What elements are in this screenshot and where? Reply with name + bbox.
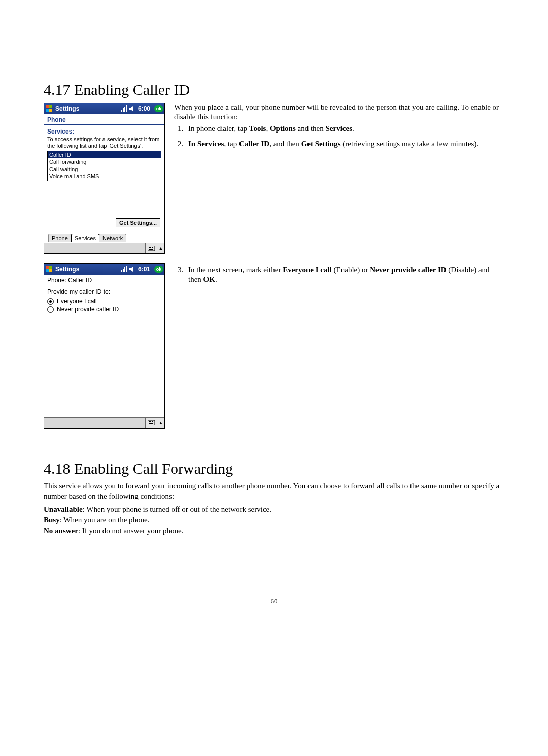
condition-busy: Busy: When you are on the phone. xyxy=(44,515,504,525)
condition-unavailable: Unavailable: When your phone is turned o… xyxy=(44,504,504,515)
tab-phone[interactable]: Phone xyxy=(48,234,72,242)
phone-screenshot-services: Settings 6:00 ok Phone Services: To acce… xyxy=(44,103,165,254)
titlebar-time: 6:01 xyxy=(137,266,151,273)
phone-titlebar: Settings 6:01 ok xyxy=(44,264,164,275)
step-1: In phone dialer, tap Tools, Options and … xyxy=(185,124,504,134)
svg-rect-17 xyxy=(149,423,153,424)
svg-rect-15 xyxy=(150,421,151,422)
svg-rect-2 xyxy=(46,109,49,112)
tab-services[interactable]: Services xyxy=(71,234,99,242)
svg-rect-10 xyxy=(49,266,52,269)
section-4-17-row-2: Settings 6:01 ok Phone: Caller ID Provid… xyxy=(44,263,504,435)
svg-rect-5 xyxy=(149,247,150,248)
sip-bar: ▲ xyxy=(44,417,164,428)
page-number: 60 xyxy=(44,597,504,605)
services-listbox[interactable]: Caller ID Call forwarding Call waiting V… xyxy=(47,151,161,181)
radio-everyone-i-call[interactable]: Everyone I call xyxy=(47,298,161,305)
list-item[interactable]: Call forwarding xyxy=(48,158,161,166)
sip-bar: ▲ xyxy=(44,243,164,253)
ok-button[interactable]: ok xyxy=(154,266,163,273)
svg-rect-7 xyxy=(152,247,153,248)
svg-rect-12 xyxy=(49,269,52,272)
svg-rect-9 xyxy=(46,266,49,269)
keyboard-icon[interactable] xyxy=(145,243,157,253)
ok-button[interactable]: ok xyxy=(154,105,163,112)
section-4-17-text-bottom: In the next screen, mark either Everyone… xyxy=(174,263,504,289)
sip-up-arrow-icon[interactable]: ▲ xyxy=(157,243,164,253)
titlebar-title: Settings xyxy=(55,105,79,112)
sip-up-arrow-icon[interactable]: ▲ xyxy=(157,418,164,428)
services-label: Services: xyxy=(47,128,161,135)
section-4-18-intro: This service allows you to forward your … xyxy=(44,481,504,501)
list-item[interactable]: Voice mail and SMS xyxy=(48,173,161,180)
services-hint-text: To access settings for a service, select… xyxy=(47,136,161,149)
svg-rect-4 xyxy=(148,246,155,251)
titlebar-time: 6:00 xyxy=(137,105,151,112)
radio-icon[interactable] xyxy=(47,306,54,313)
step-3: In the next screen, mark either Everyone… xyxy=(185,265,504,284)
svg-rect-13 xyxy=(148,420,155,425)
speaker-icon xyxy=(129,105,135,112)
svg-rect-16 xyxy=(152,421,153,422)
radio-option-label: Everyone I call xyxy=(57,298,97,305)
get-settings-button[interactable]: Get Settings... xyxy=(116,218,160,227)
signal-icon xyxy=(121,105,127,112)
radio-never-provide[interactable]: Never provide caller ID xyxy=(47,306,161,313)
keyboard-icon[interactable] xyxy=(145,418,157,428)
caller-id-subheader: Phone: Caller ID xyxy=(44,275,164,285)
speaker-icon xyxy=(129,266,135,273)
list-item[interactable]: Call waiting xyxy=(48,166,161,173)
start-flag-icon xyxy=(45,105,53,113)
provide-caller-id-label: Provide my caller ID to: xyxy=(47,288,161,295)
section-4-17-heading: 4.17 Enabling Caller ID xyxy=(44,81,504,98)
steps-list-top: In phone dialer, tap Tools, Options and … xyxy=(174,124,504,148)
list-item[interactable]: Caller ID xyxy=(48,151,161,158)
phone-tab-header: Phone xyxy=(44,114,164,125)
start-flag-icon xyxy=(45,265,53,273)
signal-icon xyxy=(121,266,127,273)
section-4-17-text-top: When you place a call, your phone number… xyxy=(174,103,504,154)
tab-network[interactable]: Network xyxy=(99,234,126,242)
radio-option-label: Never provide caller ID xyxy=(57,306,119,313)
intro-paragraph: When you place a call, your phone number… xyxy=(174,103,504,122)
radio-icon[interactable] xyxy=(47,298,54,305)
phone-titlebar: Settings 6:00 ok xyxy=(44,103,164,114)
svg-rect-0 xyxy=(46,105,49,108)
caller-id-body: Provide my caller ID to: Everyone I call… xyxy=(44,285,164,417)
bottom-tab-strip: Phone Services Network xyxy=(46,231,162,242)
section-4-17-row-1: Settings 6:00 ok Phone Services: To acce… xyxy=(44,103,504,260)
steps-list-bottom: In the next screen, mark either Everyone… xyxy=(174,265,504,284)
svg-rect-11 xyxy=(46,269,49,272)
phone-screenshot-callerid: Settings 6:01 ok Phone: Caller ID Provid… xyxy=(44,263,165,429)
phone-body: Services: To access settings for a servi… xyxy=(44,125,164,243)
condition-no-answer: No answer: If you do not answer your pho… xyxy=(44,525,504,536)
section-4-18-heading: 4.18 Enabling Call Forwarding xyxy=(44,460,504,477)
svg-rect-14 xyxy=(149,421,150,422)
svg-rect-1 xyxy=(49,105,52,108)
step-2: In Services, tap Caller ID, and then Get… xyxy=(185,139,504,149)
svg-rect-3 xyxy=(49,109,52,112)
titlebar-title: Settings xyxy=(55,266,79,273)
svg-rect-6 xyxy=(150,247,151,248)
svg-rect-8 xyxy=(149,249,153,250)
manual-page: 4.17 Enabling Caller ID Settings xyxy=(0,0,548,636)
